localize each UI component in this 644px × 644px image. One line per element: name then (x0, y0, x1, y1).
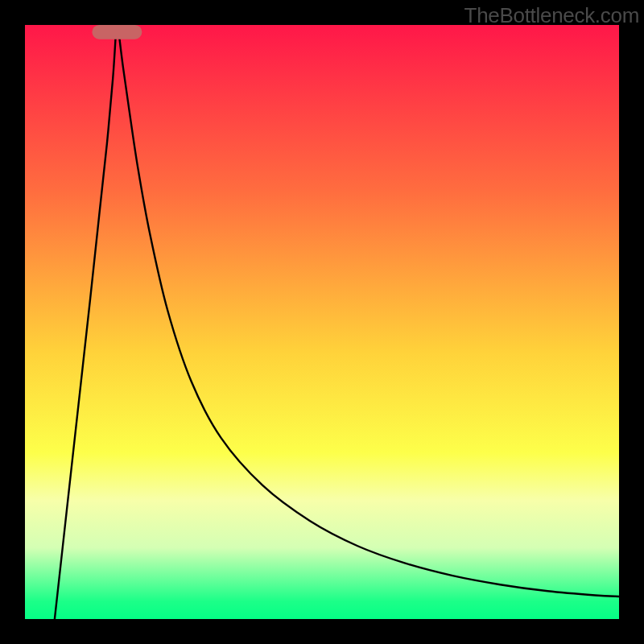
plot-area (25, 25, 619, 619)
gradient-background (25, 25, 619, 619)
valley-marker (92, 25, 142, 39)
watermark-text: TheBottleneck.com (464, 3, 639, 28)
marker-layer (92, 25, 142, 39)
chart-svg (25, 25, 619, 619)
chart-frame: TheBottleneck.com (0, 0, 644, 644)
